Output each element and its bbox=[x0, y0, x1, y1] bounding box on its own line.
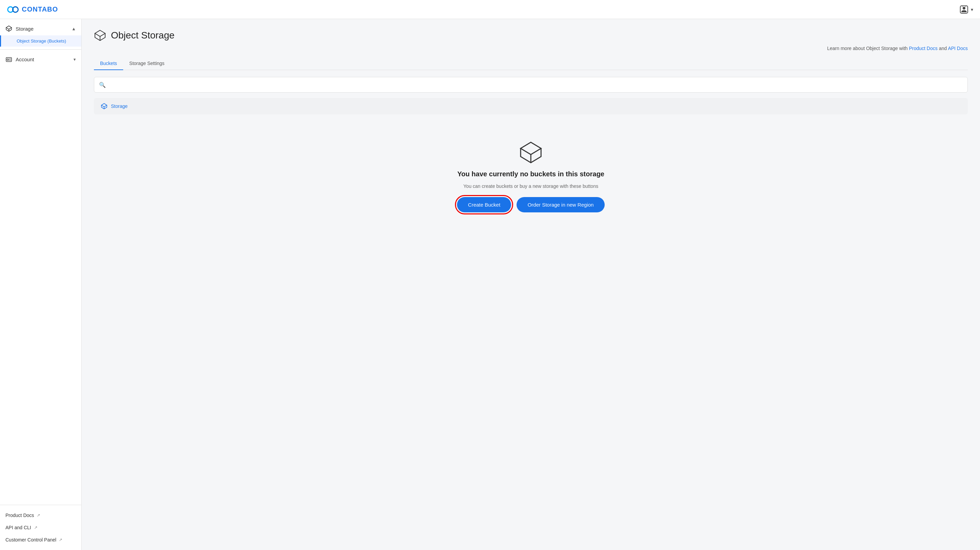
storage-row-icon bbox=[101, 103, 108, 110]
docs-text: Learn more about Object Storage with bbox=[827, 46, 909, 51]
sidebar-item-object-storage-buckets[interactable]: Object Storage (Buckets) bbox=[0, 35, 81, 47]
external-link-icon-2: ↗ bbox=[34, 525, 37, 530]
chevron-down-icon: ▾ bbox=[971, 7, 973, 12]
logo[interactable]: CONTABO bbox=[7, 3, 58, 16]
docs-line: Learn more about Object Storage with Pro… bbox=[94, 46, 968, 51]
empty-subtitle: You can create buckets or buy a new stor… bbox=[463, 183, 598, 189]
page-title: Object Storage bbox=[111, 30, 175, 41]
tab-storage-settings[interactable]: Storage Settings bbox=[123, 57, 171, 70]
order-storage-button[interactable]: Order Storage in new Region bbox=[517, 197, 605, 212]
empty-state-icon bbox=[519, 140, 543, 165]
sidebar: Storage ▲ Object Storage (Buckets) Acc bbox=[0, 19, 82, 550]
external-link-icon: ↗ bbox=[37, 513, 40, 518]
empty-actions: Create Bucket Order Storage in new Regio… bbox=[457, 197, 605, 212]
svg-point-6 bbox=[7, 59, 9, 61]
sidebar-bottom-links: Product Docs ↗ API and CLI ↗ Customer Co… bbox=[0, 505, 81, 550]
contabo-logo-icon bbox=[7, 3, 19, 16]
search-input[interactable] bbox=[109, 82, 963, 88]
sidebar-ccp-label: Customer Control Panel bbox=[5, 537, 56, 542]
sidebar-product-docs-label: Product Docs bbox=[5, 513, 34, 518]
sidebar-item-storage[interactable]: Storage ▲ bbox=[0, 22, 81, 35]
tabs: Buckets Storage Settings bbox=[94, 57, 968, 70]
sidebar-account-label: Account bbox=[16, 56, 34, 62]
user-menu[interactable]: ▾ bbox=[959, 5, 973, 14]
tab-buckets[interactable]: Buckets bbox=[94, 57, 123, 70]
main-content: Object Storage Learn more about Object S… bbox=[82, 19, 980, 550]
search-container: 🔍 bbox=[94, 77, 968, 92]
docs-and: and bbox=[937, 46, 948, 51]
sidebar-storage-label: Storage bbox=[16, 26, 34, 32]
sidebar-item-account[interactable]: Account ▾ bbox=[0, 53, 81, 66]
sidebar-divider bbox=[0, 49, 81, 50]
chevron-down-account-icon: ▾ bbox=[73, 57, 76, 62]
search-icon: 🔍 bbox=[99, 82, 106, 88]
api-docs-link[interactable]: API Docs bbox=[948, 46, 968, 51]
storage-icon bbox=[5, 25, 12, 32]
product-docs-link[interactable]: Product Docs bbox=[909, 46, 937, 51]
chevron-up-icon: ▲ bbox=[72, 26, 76, 31]
user-icon bbox=[959, 5, 969, 14]
sidebar-link-customer-control-panel[interactable]: Customer Control Panel ↗ bbox=[0, 534, 81, 546]
external-link-icon-3: ↗ bbox=[59, 537, 62, 542]
page-header: Object Storage bbox=[94, 29, 968, 41]
empty-state: You have currently no buckets in this st… bbox=[94, 120, 968, 226]
account-icon bbox=[5, 56, 12, 63]
sidebar-link-api-cli[interactable]: API and CLI ↗ bbox=[0, 521, 81, 534]
sidebar-link-product-docs[interactable]: Product Docs ↗ bbox=[0, 509, 81, 521]
storage-filter-label: Storage bbox=[111, 104, 127, 109]
svg-point-3 bbox=[963, 7, 966, 10]
app-name: CONTABO bbox=[22, 5, 58, 13]
navbar: CONTABO ▾ bbox=[0, 0, 980, 19]
storage-filter-row[interactable]: Storage bbox=[94, 98, 968, 114]
sidebar-api-cli-label: API and CLI bbox=[5, 525, 31, 530]
create-bucket-button[interactable]: Create Bucket bbox=[457, 197, 511, 212]
empty-title: You have currently no buckets in this st… bbox=[457, 170, 605, 178]
object-storage-header-icon bbox=[94, 29, 106, 41]
